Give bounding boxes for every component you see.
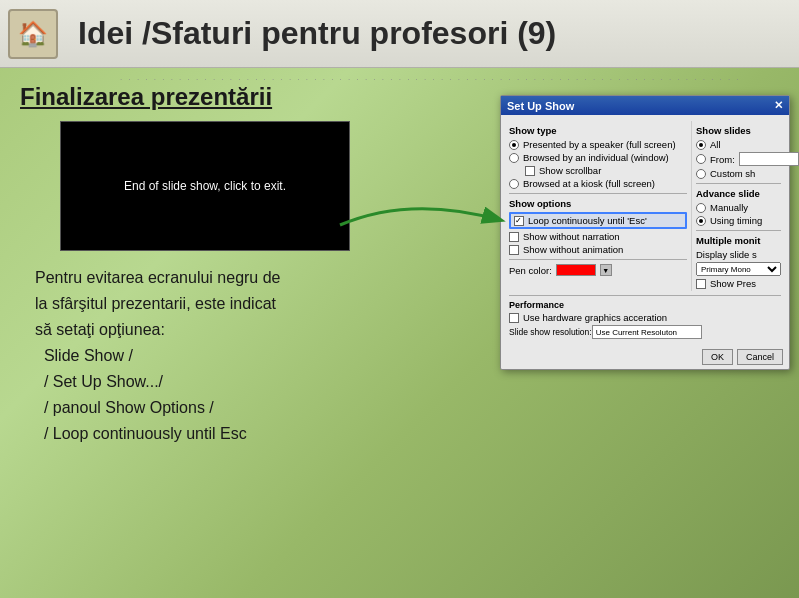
radio-custom[interactable] [696,169,706,179]
dialog-titlebar: Set Up Show ✕ [501,96,789,115]
slides-from-input[interactable] [739,152,799,166]
display-slide-label: Display slide s [696,249,757,260]
option-scrollbar-label: Show scrollbar [539,165,601,176]
desc-line-5: / Set Up Show.../ [35,370,490,394]
multiple-monitor-label: Multiple monit [696,235,781,246]
checkbox-hardware[interactable] [509,313,519,323]
slide-section: Finalizarea prezentării End of slide sho… [20,83,490,448]
col-left: Show type Presented by a speaker (full s… [509,121,687,291]
section-title: Finalizarea prezentării [20,83,490,111]
desc-line-1: Pentru evitarea ecranului negru de [35,266,490,290]
resolution-row: Slide show resolution: [509,325,781,339]
slides-from[interactable]: From: [696,152,781,166]
slide-preview-text: End of slide show, click to exit. [124,179,286,193]
setup-show-dialog: Set Up Show ✕ Show type Presented by a s… [500,95,790,370]
show-pres-label: Show Pres [710,278,756,289]
resolution-label: Slide show resolution: [509,327,592,337]
option-loop[interactable]: Loop continuously until 'Esc' [509,212,687,229]
option-no-narration-label: Show without narration [523,231,620,242]
pen-color-swatch[interactable] [556,264,596,276]
checkbox-no-narration[interactable] [509,232,519,242]
checkbox-loop[interactable] [514,216,524,226]
radio-timing[interactable] [696,216,706,226]
primary-mono-row[interactable]: Primary Mono [696,262,781,276]
desc-line-3: să setaţi opţiunea: [35,318,490,342]
radio-individual[interactable] [509,153,519,163]
col-right: Show slides All From: Custom sh Advance … [691,121,781,291]
show-options-label: Show options [509,198,687,209]
slide-preview: End of slide show, click to exit. [60,121,350,251]
description: Pentru evitarea ecranului negru de la sf… [20,266,490,446]
advance-manually-label: Manually [710,202,748,213]
desc-line-4: Slide Show / [35,344,490,368]
slides-custom-label: Custom sh [710,168,755,179]
desc-line-7: / Loop continuously until Esc [35,422,490,446]
dialog-buttons: OK Cancel [501,345,789,369]
resolution-input[interactable] [592,325,702,339]
radio-manually[interactable] [696,203,706,213]
pen-color-label: Pen color: [509,265,552,276]
pen-color-dropdown[interactable]: ▼ [600,264,612,276]
top-bar: 🏠 Idei /Sfaturi pentru profesori (9) [0,0,799,68]
dialog-title: Set Up Show [507,100,574,112]
pen-color-row: Pen color: ▼ [509,264,687,276]
option-scrollbar[interactable]: Show scrollbar [525,165,687,176]
primary-mono-select[interactable]: Primary Mono [696,262,781,276]
option-no-animation[interactable]: Show without animation [509,244,687,255]
desc-line-2: la sfârşitul prezentarii, este indicat [35,292,490,316]
dialog-body: Show type Presented by a speaker (full s… [501,115,789,345]
radio-speaker[interactable] [509,140,519,150]
option-loop-label: Loop continuously until 'Esc' [528,215,647,226]
display-slide-row: Display slide s [696,249,781,260]
home-button[interactable]: 🏠 [8,9,58,59]
radio-from[interactable] [696,154,706,164]
hardware-label: Use hardware graphics acceration [523,312,667,323]
advance-manually[interactable]: Manually [696,202,781,213]
show-slides-label: Show slides [696,125,781,136]
option-speaker-label: Presented by a speaker (full screen) [523,139,676,150]
ok-button[interactable]: OK [702,349,733,365]
option-speaker[interactable]: Presented by a speaker (full screen) [509,139,687,150]
option-kiosk-label: Browsed at a kiosk (full screen) [523,178,655,189]
cancel-button[interactable]: Cancel [737,349,783,365]
show-pres-row[interactable]: Show Pres [696,278,781,289]
option-individual[interactable]: Browsed by an individual (window) [509,152,687,163]
radio-all[interactable] [696,140,706,150]
dialog-columns: Show type Presented by a speaker (full s… [509,121,781,291]
advance-timing[interactable]: Using timing [696,215,781,226]
slides-from-label: From: [710,154,735,165]
page-title: Idei /Sfaturi pentru profesori (9) [78,15,556,52]
option-kiosk[interactable]: Browsed at a kiosk (full screen) [509,178,687,189]
checkbox-no-animation[interactable] [509,245,519,255]
checkbox-show-pres[interactable] [696,279,706,289]
slides-all-label: All [710,139,721,150]
home-icon: 🏠 [18,20,48,48]
hardware-row[interactable]: Use hardware graphics acceration [509,312,781,323]
option-no-animation-label: Show without animation [523,244,623,255]
advance-slide-label: Advance slide [696,188,781,199]
dialog-close-icon[interactable]: ✕ [774,99,783,112]
show-type-label: Show type [509,125,687,136]
checkbox-scrollbar[interactable] [525,166,535,176]
decoration-dots: · · · · · · · · · · · · · · · · · · · · … [120,75,741,84]
option-individual-label: Browsed by an individual (window) [523,152,669,163]
slides-all[interactable]: All [696,139,781,150]
radio-kiosk[interactable] [509,179,519,189]
advance-timing-label: Using timing [710,215,762,226]
desc-line-6: / panoul Show Options / [35,396,490,420]
performance-label: Performance [509,300,781,310]
slides-custom[interactable]: Custom sh [696,168,781,179]
option-no-narration[interactable]: Show without narration [509,231,687,242]
